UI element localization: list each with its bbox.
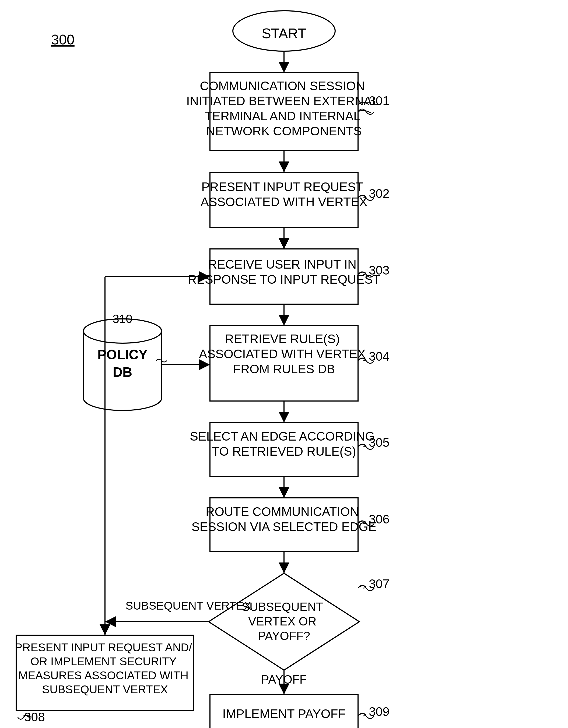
policy-db-label2: DB [113, 365, 132, 380]
step-309-text: IMPLEMENT PAYOFF [222, 707, 346, 721]
flowchart-diagram: 300 START COMMUNICATION SESSION INITIATE… [0, 0, 568, 728]
figure-number: 300 [51, 32, 75, 47]
ref-309: 309 [369, 705, 390, 719]
ref-301: 301 [369, 94, 390, 108]
ref-302: 302 [369, 187, 390, 201]
ref-303: 303 [369, 263, 390, 277]
ref-305: 305 [369, 435, 390, 449]
ref-306: 306 [369, 512, 390, 526]
policy-db-ref: 310 [113, 312, 132, 325]
ref-308: 308 [24, 710, 45, 724]
ref-304: 304 [369, 349, 390, 363]
start-label: START [262, 26, 306, 41]
subsequent-vertex-label: SUBSEQUENT VERTEX [125, 599, 251, 612]
ref-307: 307 [369, 577, 390, 591]
